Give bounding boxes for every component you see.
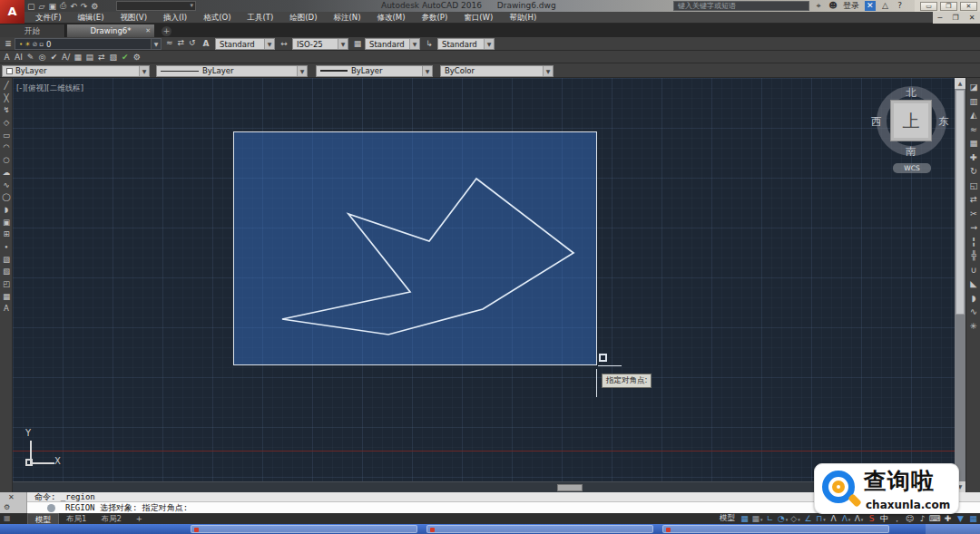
text-settings-icon[interactable]: ⚙: [132, 53, 141, 62]
construction-line-icon[interactable]: ╳: [0, 92, 13, 105]
mirror-icon[interactable]: ◭: [966, 108, 980, 122]
ime-mic-icon[interactable]: ♪: [916, 513, 928, 524]
copy-icon[interactable]: ▥: [966, 94, 980, 109]
new-tab-button[interactable]: +: [162, 26, 172, 36]
hatch-icon[interactable]: ▨: [0, 254, 13, 267]
line-icon[interactable]: ╱: [0, 80, 13, 92]
point-icon[interactable]: ∙: [0, 241, 13, 254]
mleader-style-arrow-icon[interactable]: ▼: [484, 39, 494, 49]
search-binoculars-icon[interactable]: ⌖: [814, 1, 823, 11]
dim-style-arrow-icon[interactable]: ▼: [338, 39, 348, 49]
layer-on-bulb-icon[interactable]: •: [19, 41, 23, 48]
save-icon[interactable]: ▣: [48, 2, 56, 11]
break-icon[interactable]: ╬: [966, 248, 980, 263]
layer-combo-arrow-icon[interactable]: ▼: [151, 39, 161, 49]
object-snap-icon[interactable]: ⊓▾: [815, 513, 827, 525]
region-icon[interactable]: ◰: [0, 278, 13, 291]
layer-previous-icon[interactable]: ⇄: [178, 38, 185, 47]
linetype-combo-arrow-icon[interactable]: ▼: [297, 66, 307, 76]
layout1-tab[interactable]: 布局1: [59, 513, 93, 524]
menu-item-1[interactable]: 文件(F): [27, 12, 70, 24]
layer-properties-icon[interactable]: ≣: [3, 38, 14, 50]
ime-emoji-icon[interactable]: ☺: [904, 513, 916, 524]
viewport-controls-label[interactable]: [-][俯视][二维线框]: [16, 83, 83, 94]
viewcube-south-label[interactable]: 南: [906, 145, 916, 159]
open-file-icon[interactable]: ▱: [39, 2, 45, 11]
commandline-grip[interactable]: ✕ ⚙: [0, 492, 27, 513]
array-icon[interactable]: ▦: [966, 136, 980, 150]
plot-style-combo-arrow-icon[interactable]: ▼: [543, 66, 553, 76]
text-style-dialog-icon[interactable]: A/: [62, 53, 70, 62]
commandline-close-icon[interactable]: ✕: [8, 493, 15, 501]
redo-icon[interactable]: ↷: [81, 2, 88, 11]
text-style-combo[interactable]: Standard▼: [215, 38, 275, 50]
text-style-icon[interactable]: A: [201, 38, 211, 50]
edit-text-icon[interactable]: ✎: [26, 53, 34, 62]
viewcube-top-face[interactable]: 上: [890, 100, 932, 141]
new-layout-button[interactable]: +: [129, 513, 150, 524]
model-space-toggle[interactable]: 模型: [720, 513, 735, 524]
commandline-customize-icon[interactable]: ⚙: [4, 503, 10, 511]
stretch-icon[interactable]: ⇄: [966, 192, 980, 207]
polar-tracking-icon[interactable]: ◔▾: [777, 513, 789, 525]
new-file-icon[interactable]: ▢: [27, 2, 35, 11]
find-text-icon[interactable]: ◎: [38, 53, 46, 62]
ime-punctuation-icon[interactable]: ，: [891, 513, 903, 524]
explode-icon[interactable]: ✳: [966, 319, 980, 334]
vertical-scrollbar[interactable]: ▲ ▼: [955, 78, 965, 492]
table-style-combo[interactable]: Standard▼: [365, 38, 420, 50]
isodraft-icon[interactable]: ◇▾: [789, 513, 801, 525]
mtext-icon[interactable]: A: [3, 53, 11, 62]
rectangle-icon[interactable]: ▭: [0, 130, 13, 142]
convert-distance-icon[interactable]: ⇄: [97, 53, 105, 62]
lineweight-combo[interactable]: ByLayer▼: [316, 65, 433, 77]
justify-text-icon[interactable]: ▤: [85, 53, 93, 62]
polygon-icon[interactable]: ◇: [0, 117, 13, 130]
layer-color-swatch-icon[interactable]: ▫: [39, 41, 44, 48]
spell-check-icon[interactable]: ✔: [50, 53, 58, 62]
menu-item-12[interactable]: 帮助(H): [501, 12, 544, 24]
ok-check-icon[interactable]: ✔: [121, 53, 129, 62]
layer-lock-icon[interactable]: ⊘: [32, 41, 37, 48]
object-snap-tracking-icon[interactable]: ∠: [802, 513, 814, 524]
viewcube-west-label[interactable]: 西: [871, 115, 882, 129]
snap-icon-caret[interactable]: ▾: [760, 517, 763, 522]
dim-style-icon[interactable]: ↔: [279, 38, 289, 50]
menu-item-2[interactable]: 编辑(E): [70, 12, 113, 24]
layer-combo[interactable]: •☀⊘▫ 0 ▼: [15, 38, 162, 50]
ime-keyboard-icon[interactable]: ⌨: [929, 513, 941, 524]
linetype-combo[interactable]: ByLayer▼: [156, 65, 308, 77]
join-icon[interactable]: ∪: [966, 263, 980, 277]
annotation-scale-icon[interactable]: Λ▾: [853, 513, 865, 525]
mleader-style-icon[interactable]: ↳: [424, 38, 435, 50]
taskbar-button[interactable]: [426, 525, 653, 533]
scale-text-icon[interactable]: ▦: [74, 53, 82, 62]
undo-icon[interactable]: ↶: [70, 2, 77, 11]
exchange-apps-icon[interactable]: ✕: [865, 1, 876, 11]
object-snap-icon-caret[interactable]: ▾: [823, 517, 826, 522]
autocad-logo[interactable]: A: [0, 0, 24, 24]
scroll-up-icon[interactable]: ▲: [955, 78, 965, 89]
menu-item-9[interactable]: 修改(M): [368, 12, 413, 24]
menu-item-5[interactable]: 格式(O): [195, 12, 239, 24]
annotation-visibility-icon[interactable]: Λ: [828, 513, 839, 524]
color-combo[interactable]: ByLayer▼: [2, 65, 150, 77]
offset-icon[interactable]: ≈: [966, 122, 980, 137]
viewcube-north-label[interactable]: 北: [906, 86, 916, 100]
fillet-icon[interactable]: ◗: [966, 291, 980, 306]
help-icon[interactable]: ?: [896, 1, 905, 11]
ime-skin-icon[interactable]: ▼: [955, 513, 966, 524]
gradient-icon[interactable]: ▧: [0, 266, 13, 278]
scale-icon[interactable]: ◱: [966, 179, 980, 193]
ime-grid-icon[interactable]: ▦: [967, 513, 979, 524]
user-icon[interactable]: ☻: [828, 1, 838, 11]
ellipse-arc-icon[interactable]: ◗: [0, 204, 13, 217]
taskbar-button[interactable]: [662, 525, 889, 533]
mleader-style-combo[interactable]: Standard▼: [437, 38, 495, 50]
layer-states-icon[interactable]: ≈: [166, 38, 173, 47]
sogou-logo-icon[interactable]: S: [866, 513, 877, 524]
close-button[interactable]: ✕: [960, 2, 977, 11]
text-style-arrow-icon[interactable]: ▼: [264, 39, 274, 49]
single-line-text-icon[interactable]: AI: [15, 53, 23, 62]
grid-icon[interactable]: ▦: [739, 513, 750, 524]
